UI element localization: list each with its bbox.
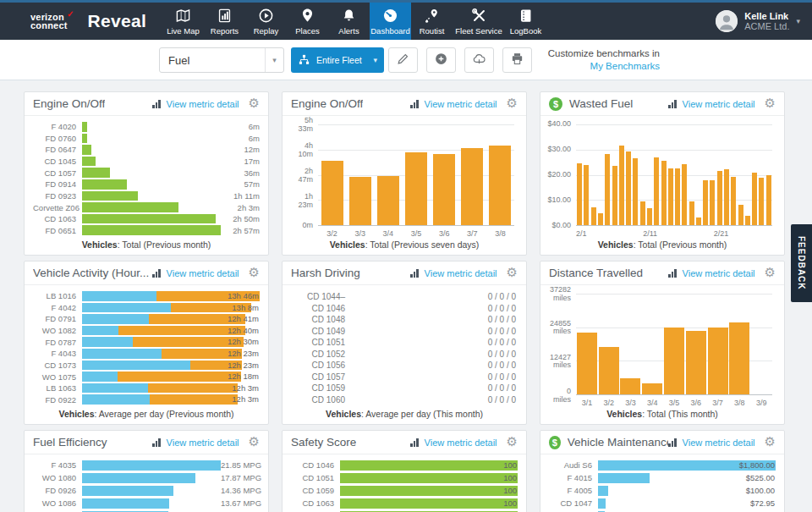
- add-button[interactable]: [426, 47, 456, 73]
- view-metric-detail-link[interactable]: View metric detail: [425, 99, 497, 109]
- row-bar: [82, 225, 221, 235]
- row-label: F 4020: [33, 122, 82, 131]
- widget-header-actions: View metric detail⚙: [410, 97, 518, 110]
- x-tick-label: 3/2: [598, 395, 620, 409]
- bar-slot: [685, 294, 707, 394]
- row-bar-track: 13h 8m: [82, 303, 260, 313]
- x-tick-label: [612, 226, 617, 239]
- metric-select[interactable]: Fuel ▾: [159, 47, 284, 73]
- row-value: 13h 8m: [232, 303, 259, 313]
- row-bar: [82, 486, 173, 496]
- my-benchmarks-link[interactable]: My Benchmarks: [590, 61, 660, 71]
- widget-header: Harsh DrivingView metric detail⚙: [283, 262, 526, 285]
- row-value: 36m: [221, 168, 260, 178]
- hbar-chart: F 403521.85 MPGWO 108017.87 MPGFD 092614…: [25, 454, 268, 512]
- main-navigation: verizon✓ connect Reveal Live MapReportsR…: [0, 3, 812, 40]
- row-bar-track: [82, 179, 221, 190]
- brand-line2: connect: [30, 20, 68, 30]
- row-value: 13.67 MPG: [221, 498, 260, 508]
- gear-icon[interactable]: ⚙: [507, 97, 518, 110]
- y-tick-label: 4h10m: [298, 142, 313, 158]
- view-metric-detail-link[interactable]: View metric detail: [167, 99, 239, 109]
- chart-row: F 4005$100.00: [549, 486, 776, 496]
- bar: [661, 161, 667, 225]
- view-metric-detail-link[interactable]: View metric detail: [167, 268, 239, 278]
- x-tick-label: 3/4: [374, 226, 402, 239]
- row-value: 12h 23m: [228, 361, 259, 371]
- x-tick-label: 3/6: [685, 395, 707, 409]
- reports-icon: [217, 8, 233, 24]
- bar-slot: [611, 124, 617, 225]
- gear-icon[interactable]: ⚙: [765, 436, 776, 449]
- row-bar-track: 12h 30m: [82, 337, 260, 347]
- row-label: F 4015: [549, 473, 598, 482]
- row-value: 0 / 0 / 0: [488, 361, 516, 370]
- stacked-bar-chart: LB 101613h 46mF 404213h 8mFD 079112h 41m…: [25, 285, 268, 409]
- view-metric-detail-link[interactable]: View metric detail: [167, 438, 239, 448]
- bar-slot: [576, 294, 598, 394]
- nav-item-label: Routist: [420, 26, 445, 36]
- bar-chart-icon: [152, 99, 161, 108]
- widget-engine-on-off-0: Engine On/OffView metric detail⚙F 40206m…: [24, 91, 269, 256]
- x-tick-label: [735, 226, 741, 239]
- widget-title: Vehicle Maintenance ...: [568, 436, 668, 449]
- bar: [675, 168, 680, 225]
- bar: [577, 163, 582, 225]
- row-label: F 4042: [33, 303, 82, 312]
- export-button[interactable]: [464, 47, 494, 73]
- gear-icon[interactable]: ⚙: [765, 97, 776, 110]
- edit-button[interactable]: [388, 47, 418, 73]
- nav-items: Live MapReportsReplayPlacesAlertsDashboa…: [162, 3, 546, 40]
- view-metric-detail-link[interactable]: View metric detail: [683, 99, 755, 109]
- gear-icon[interactable]: ⚙: [249, 97, 260, 110]
- row-bar-track: 12h 3m: [82, 394, 260, 405]
- list-item: CD 10600 / 0 / 0: [291, 395, 516, 405]
- gear-icon[interactable]: ⚙: [507, 267, 518, 279]
- bar: [745, 216, 750, 225]
- y-tick-label: $20.00: [547, 171, 571, 179]
- nav-item-reports[interactable]: Reports: [204, 3, 245, 40]
- nav-item-dashboard[interactable]: Dashboard: [370, 3, 411, 40]
- view-metric-detail-link[interactable]: View metric detail: [425, 268, 497, 278]
- fleet-selector-button[interactable]: Entire Fleet ▾: [291, 47, 384, 73]
- gear-icon[interactable]: ⚙: [249, 436, 260, 449]
- gear-icon[interactable]: ⚙: [249, 267, 260, 279]
- nav-item-alerts[interactable]: Alerts: [328, 3, 370, 40]
- nav-item-replay[interactable]: Replay: [245, 3, 287, 40]
- gear-icon[interactable]: ⚙: [765, 267, 776, 279]
- widget-grid: Engine On/OffView metric detail⚙F 40206m…: [24, 91, 785, 512]
- x-tick-label: 2/21: [714, 226, 729, 239]
- nav-item-routist[interactable]: Routist: [411, 3, 453, 40]
- dollar-badge-icon: $: [549, 97, 562, 111]
- row-bar-idle: [150, 394, 238, 405]
- x-tick-label: 3/7: [458, 226, 486, 239]
- x-tick-label: 3/5: [402, 226, 430, 239]
- list-item: CD 10570 / 0 / 0: [291, 372, 516, 382]
- chart-row: FD 092614.36 MPG: [33, 486, 260, 496]
- benchmarks-text: Customize benchmarks in: [548, 48, 660, 58]
- view-metric-detail-link[interactable]: View metric detail: [683, 268, 755, 278]
- feedback-tab[interactable]: FEEDBACK: [791, 224, 812, 302]
- x-tick-label: 2/1: [576, 226, 587, 239]
- dashboard-gauge-icon: [382, 8, 398, 24]
- nav-item-live-map[interactable]: Live Map: [162, 3, 204, 40]
- nav-item-places[interactable]: Places: [287, 3, 328, 40]
- nav-item-logbook[interactable]: LogBook: [505, 3, 546, 40]
- view-metric-detail-link[interactable]: View metric detail: [683, 438, 755, 448]
- bar: [584, 165, 589, 225]
- chart-row: CD 104517m: [33, 157, 260, 167]
- bar-slot: [737, 124, 743, 225]
- row-value: 0 / 0 / 0: [488, 327, 516, 336]
- bar: [619, 146, 624, 225]
- x-tick-label: [754, 226, 760, 239]
- view-metric-detail-link[interactable]: View metric detail: [425, 438, 497, 448]
- user-menu[interactable]: Kelle Link ACME Ltd. ▾: [716, 3, 800, 40]
- print-button[interactable]: [502, 47, 532, 73]
- gear-icon[interactable]: ⚙: [507, 436, 518, 449]
- row-value: 100: [503, 473, 517, 483]
- row-value: 12h 3m: [232, 383, 259, 394]
- y-tick-label: $10.00: [547, 196, 571, 205]
- chart-row: WO 107512h 18m: [33, 372, 260, 382]
- footer-label: Vehicles: [58, 409, 94, 419]
- nav-item-fleet-service[interactable]: Fleet Service: [453, 3, 505, 40]
